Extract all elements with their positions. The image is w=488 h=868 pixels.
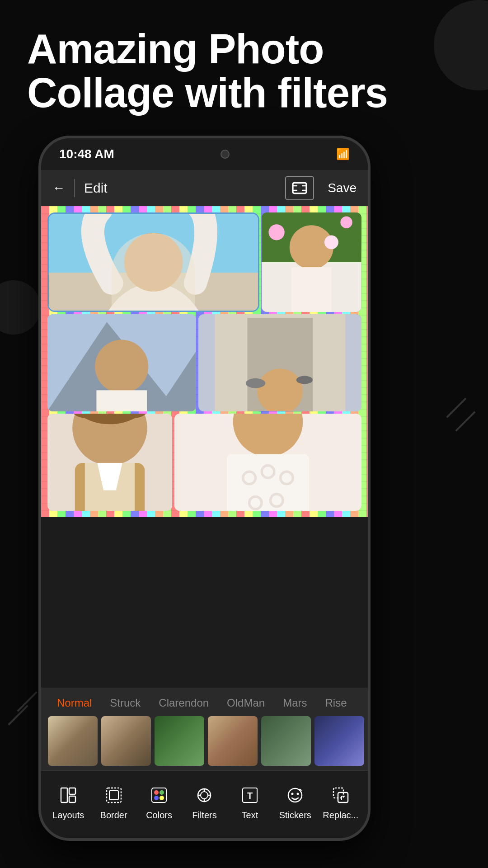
svg-point-15 [95, 340, 148, 393]
svg-point-61 [288, 788, 302, 802]
photo-3[interactable] [47, 314, 196, 411]
bottom-toolbar: Layouts Border [41, 770, 368, 838]
svg-point-54 [201, 792, 208, 799]
aspect-ratio-icon [291, 179, 309, 197]
colors-label: Colors [146, 810, 172, 821]
text-label: Text [242, 810, 258, 821]
svg-point-26 [296, 376, 312, 384]
svg-rect-37 [227, 454, 309, 511]
colors-icon [148, 784, 170, 807]
replace-label: Replac... [323, 810, 358, 821]
toolbar-border[interactable]: Border [94, 784, 134, 821]
svg-rect-47 [109, 791, 118, 800]
svg-point-63 [297, 793, 299, 795]
filter-mars[interactable]: Mars [274, 694, 316, 712]
save-button[interactable]: Save [328, 181, 357, 195]
app-header: ← Edit Save [41, 170, 368, 206]
stickers-icon [284, 784, 306, 807]
filter-clarendon[interactable]: Clarendon [150, 694, 218, 712]
filter-oldman[interactable]: OldMan [218, 694, 274, 712]
bg-decoration-line-3 [17, 691, 37, 712]
collage-border [41, 206, 368, 517]
filters-icon [193, 784, 216, 807]
svg-rect-43 [61, 788, 67, 802]
filter-normal[interactable]: Normal [48, 694, 101, 712]
filters-section: Normal Struck Clarendon OldMan Mars Rise [41, 688, 368, 770]
toolbar-text[interactable]: T Text [230, 784, 270, 821]
svg-rect-45 [69, 796, 75, 802]
filter-thumb-rise[interactable] [314, 716, 364, 766]
svg-rect-46 [107, 788, 121, 802]
svg-rect-8 [292, 267, 332, 312]
svg-rect-16 [96, 390, 147, 411]
hero-section: Amazing Photo Collage with filters [27, 27, 461, 114]
photo-5[interactable] [47, 414, 172, 511]
header-title: Edit [84, 180, 276, 196]
photo-1[interactable] [47, 212, 259, 312]
collage-area [41, 206, 368, 688]
svg-point-25 [245, 378, 265, 388]
text-icon: T [239, 784, 261, 807]
filter-names-row: Normal Struck Clarendon OldMan Mars Rise [41, 694, 368, 712]
border-icon [103, 784, 125, 807]
layouts-label: Layouts [52, 810, 84, 821]
filter-thumbs-row [41, 716, 368, 766]
layouts-icon [57, 784, 80, 807]
svg-rect-48 [152, 788, 166, 802]
status-icons: 📶 [336, 148, 350, 160]
phone-frame: 10:48 AM 📶 ← Edit Save [38, 136, 371, 841]
svg-point-51 [154, 796, 159, 800]
toolbar-replace[interactable]: Replac... [320, 784, 361, 821]
svg-rect-2 [49, 273, 258, 311]
svg-rect-24 [253, 411, 306, 411]
photo-6[interactable] [174, 414, 361, 511]
photo-4[interactable] [198, 314, 361, 411]
bg-decoration-line-1 [446, 397, 466, 418]
filter-thumb-struck[interactable] [101, 716, 151, 766]
svg-point-4 [124, 233, 183, 292]
aspect-ratio-button[interactable] [285, 176, 314, 200]
filters-label: Filters [192, 810, 216, 821]
svg-rect-44 [69, 788, 75, 794]
collage-grid [47, 212, 361, 511]
toolbar-stickers[interactable]: Stickers [275, 784, 315, 821]
filter-thumb-mars[interactable] [261, 716, 311, 766]
border-label: Border [100, 810, 127, 821]
toolbar-colors[interactable]: Colors [139, 784, 179, 821]
toolbar-layouts[interactable]: Layouts [48, 784, 89, 821]
filter-rise[interactable]: Rise [316, 694, 356, 712]
svg-point-3 [96, 283, 211, 311]
svg-point-10 [341, 217, 352, 228]
bg-decoration-line-4 [8, 705, 28, 725]
filter-thumb-oldman[interactable] [208, 716, 258, 766]
status-time: 10:48 AM [59, 147, 114, 161]
hero-title: Amazing Photo Collage with filters [27, 27, 461, 114]
wifi-icon: 📶 [336, 148, 350, 160]
status-bar: 10:48 AM 📶 [41, 138, 368, 170]
svg-point-62 [291, 793, 294, 795]
replace-icon [329, 784, 352, 807]
stickers-label: Stickers [279, 810, 311, 821]
svg-point-11 [324, 235, 338, 249]
bg-decoration-circle-left [0, 280, 41, 335]
svg-text:T: T [247, 791, 253, 801]
filter-thumb-clarendon[interactable] [155, 716, 204, 766]
svg-rect-0 [293, 183, 306, 193]
svg-point-49 [154, 790, 159, 795]
back-button[interactable]: ← [52, 181, 65, 195]
svg-point-9 [269, 224, 285, 240]
bg-decoration-line-2 [455, 411, 475, 431]
camera-notch [221, 150, 230, 159]
toolbar-filters[interactable]: Filters [184, 784, 225, 821]
photo-2[interactable] [262, 212, 361, 312]
header-divider [74, 179, 75, 197]
filter-thumb-normal[interactable] [48, 716, 98, 766]
svg-point-50 [160, 790, 164, 795]
svg-point-52 [160, 796, 164, 800]
filter-struck[interactable]: Struck [101, 694, 150, 712]
